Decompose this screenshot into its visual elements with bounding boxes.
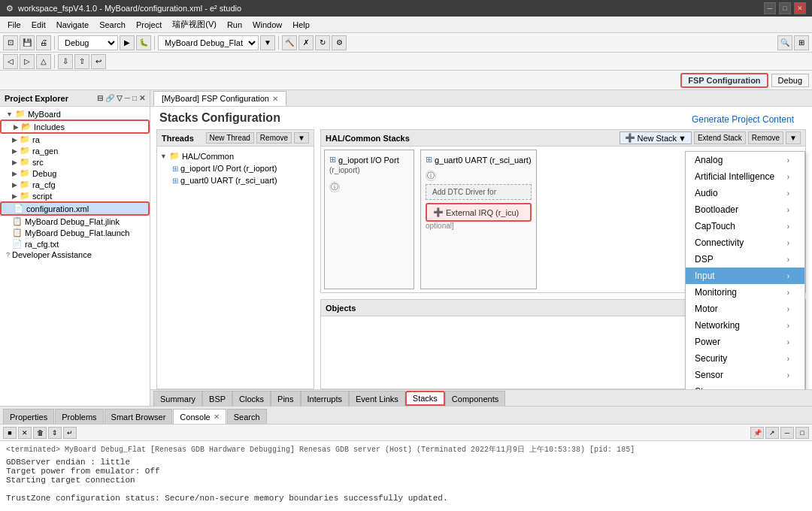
open-console-btn[interactable]: ↗ xyxy=(765,427,779,439)
console-tab-properties[interactable]: Properties xyxy=(3,409,54,424)
extend-stack-button[interactable]: Extend Stack xyxy=(694,132,746,144)
next-edit-btn[interactable]: ⇩ xyxy=(58,54,73,69)
ctx-connectivity[interactable]: Connectivity › xyxy=(686,234,804,251)
console-tab-close[interactable]: ✕ xyxy=(214,413,220,421)
hal-common-header[interactable]: ▼ 📁 HAL/Common xyxy=(160,150,311,162)
tree-config-xml[interactable]: 📄 configuration.xml xyxy=(0,201,150,216)
tree-ra-cfg-txt[interactable]: 📄 ra_cfg.txt xyxy=(0,238,150,249)
tab-summary[interactable]: Summary xyxy=(153,391,202,406)
tree-ra-cfg[interactable]: ▶ 📁 ra_cfg xyxy=(0,179,150,190)
run-btn[interactable]: ▶ xyxy=(120,35,135,50)
ext-irq-button[interactable]: ➕ External IRQ (r_icu) xyxy=(426,203,532,222)
tab-clocks[interactable]: Clocks xyxy=(232,391,271,406)
tree-jlink[interactable]: 📋 MyBoard Debug_Flat.jlink xyxy=(0,216,150,227)
ctx-networking[interactable]: Networking › xyxy=(686,317,804,334)
console-tab-problems[interactable]: Problems xyxy=(55,409,103,424)
tab-stacks[interactable]: Stacks xyxy=(405,391,445,406)
scroll-lock-btn[interactable]: ⇕ xyxy=(48,427,62,439)
launch-btn[interactable]: ▼ xyxy=(260,35,275,50)
maximize-button[interactable]: □ xyxy=(779,2,791,14)
fsp-config-button[interactable]: FSP Configuration xyxy=(680,73,768,88)
add-dtc-button[interactable]: Add DTC Driver for xyxy=(426,184,532,200)
ctx-dsp[interactable]: DSP › xyxy=(686,251,804,268)
fsp-config-tab-close[interactable]: ✕ xyxy=(272,95,278,103)
tree-script[interactable]: ▶ 📁 script xyxy=(0,190,150,201)
search-global-btn[interactable]: 🔍 xyxy=(777,35,792,50)
fsp-config-tab[interactable]: [MyBoard] FSP Configuration ✕ xyxy=(153,91,286,106)
tree-includes[interactable]: ▶ 📂 Includes xyxy=(0,119,150,134)
forward-btn[interactable]: ▷ xyxy=(20,54,35,69)
tab-event-links[interactable]: Event Links xyxy=(349,391,405,406)
ctx-input[interactable]: Input › xyxy=(686,268,804,284)
console-tab-smart-browser[interactable]: Smart Browser xyxy=(105,409,173,424)
new-btn[interactable]: ⊡ xyxy=(3,35,18,50)
close-button[interactable]: ✕ xyxy=(794,2,806,14)
ioport-info-icon[interactable]: ⓘ xyxy=(329,182,340,192)
tree-launch[interactable]: 📋 MyBoard Debug_Flat.launch xyxy=(0,227,150,238)
tree-developer-assistance[interactable]: ? Developer Assistance xyxy=(0,249,150,260)
back-btn[interactable]: ◁ xyxy=(3,54,18,69)
menu-window[interactable]: Window xyxy=(248,19,286,31)
tab-interrupts[interactable]: Interrupts xyxy=(301,391,349,406)
pin-console-btn[interactable]: 📌 xyxy=(750,427,764,439)
close-panel-icon[interactable]: ✕ xyxy=(139,94,145,102)
tree-debug[interactable]: ▶ 📁 Debug xyxy=(0,168,150,179)
ctx-audio[interactable]: Audio › xyxy=(686,185,804,201)
stack-card-ioport[interactable]: ⊞ g_ioport I/O Port (r_ioport) ⓘ xyxy=(324,150,414,289)
menu-project[interactable]: Project xyxy=(132,19,166,31)
remove-launch-btn[interactable]: ✕ xyxy=(18,427,32,439)
menu-help[interactable]: Help xyxy=(288,19,314,31)
uart-info-icon[interactable]: ⓘ xyxy=(426,171,436,181)
minimize-button[interactable]: ─ xyxy=(764,2,776,14)
menu-edit[interactable]: Edit xyxy=(27,19,50,31)
console-tab-search[interactable]: Search xyxy=(227,409,267,424)
up-btn[interactable]: △ xyxy=(36,54,51,69)
new-stack-button[interactable]: ➕ New Stack ▼ xyxy=(620,132,691,144)
menu-run[interactable]: Run xyxy=(223,19,247,31)
debug-config-select[interactable]: Debug xyxy=(58,35,118,50)
thread-ioport[interactable]: ⊞ g_ioport I/O Port (r_ioport) xyxy=(160,162,311,174)
remove-thread-button[interactable]: Remove xyxy=(256,132,292,144)
filter-icon[interactable]: ▽ xyxy=(117,94,123,102)
debug-perspective-button[interactable]: Debug xyxy=(771,74,809,87)
tree-ra[interactable]: ▶ 📁 ra xyxy=(0,134,150,145)
clean-btn[interactable]: ✗ xyxy=(298,35,314,50)
settings-btn[interactable]: ⚙ xyxy=(332,35,347,50)
remove-hal-button[interactable]: Remove xyxy=(748,132,783,144)
maximize-panel-icon[interactable]: □ xyxy=(132,94,137,102)
tab-pins[interactable]: Pins xyxy=(271,391,300,406)
menu-search[interactable]: Search xyxy=(95,19,130,31)
prev-edit-btn[interactable]: ⇧ xyxy=(74,54,89,69)
tab-bsp[interactable]: BSP xyxy=(202,391,232,406)
maximize-console-btn[interactable]: □ xyxy=(795,427,809,439)
new-thread-button[interactable]: New Thread xyxy=(206,132,254,144)
minimize-panel-icon[interactable]: ─ xyxy=(125,94,130,102)
debug-btn[interactable]: 🐛 xyxy=(136,35,151,50)
collapse-all-icon[interactable]: ⊟ xyxy=(97,94,103,102)
tab-components[interactable]: Components xyxy=(445,391,505,406)
print-btn[interactable]: 🖨 xyxy=(36,35,51,50)
window-controls[interactable]: ─ □ ✕ xyxy=(764,2,806,14)
ctx-bootloader[interactable]: Bootloader › xyxy=(686,201,804,218)
build-btn[interactable]: 🔨 xyxy=(282,35,297,50)
ctx-captouch[interactable]: CapTouch › xyxy=(686,218,804,234)
ctx-security[interactable]: Security › xyxy=(686,350,804,367)
save-btn[interactable]: 💾 xyxy=(20,35,35,50)
tree-src[interactable]: ▶ 📁 src xyxy=(0,156,150,168)
hal-menu-button[interactable]: ▼ xyxy=(786,132,801,144)
generate-project-content-btn[interactable]: Generate Project Content xyxy=(683,111,803,128)
last-edit-btn[interactable]: ↩ xyxy=(91,54,106,69)
ctx-sensor[interactable]: Sensor › xyxy=(686,367,804,383)
ctx-monitoring[interactable]: Monitoring › xyxy=(686,284,804,301)
thread-uart[interactable]: ⊞ g_uart0 UART (r_sci_uart) xyxy=(160,174,311,186)
console-tab-console[interactable]: Console ✕ xyxy=(173,409,226,424)
tree-ra-gen[interactable]: ▶ 📁 ra_gen xyxy=(0,145,150,156)
clear-console-btn[interactable]: 🗑 xyxy=(33,427,47,439)
refresh-btn[interactable]: ↻ xyxy=(315,35,330,50)
ctx-storage[interactable]: Storage › xyxy=(686,383,804,389)
minimize-console-btn[interactable]: ─ xyxy=(780,427,794,439)
link-icon[interactable]: 🔗 xyxy=(105,94,114,102)
menu-file[interactable]: File xyxy=(3,19,26,31)
menu-renesas-view[interactable]: 瑞萨视图(V) xyxy=(168,17,221,32)
launch-config-select[interactable]: MyBoard Debug_Flat xyxy=(158,35,259,50)
